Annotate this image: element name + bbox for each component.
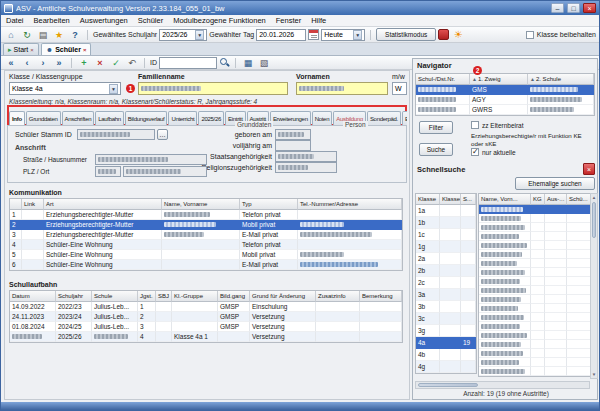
col-klassengruppe[interactable]: Klassen... <box>440 194 461 205</box>
gender-input[interactable]: W <box>392 82 407 95</box>
settings-grid-icon[interactable]: ▧ <box>257 57 271 69</box>
table-row[interactable]: 1Erziehungsberechtigter-MutterTelefon pr… <box>10 210 402 220</box>
menu-bearbeiten[interactable]: Bearbeiten <box>29 15 75 26</box>
school-row-selected[interactable]: GMS <box>416 85 594 95</box>
previous-record-icon[interactable]: ‹ <box>20 57 34 69</box>
col-name-vorname[interactable]: Name, Vorn... <box>479 194 531 205</box>
horizontal-scrollbar[interactable] <box>415 381 590 389</box>
student-row[interactable] <box>479 340 593 349</box>
strasse-input[interactable] <box>95 154 207 165</box>
tab-noten[interactable]: Noten <box>312 111 333 125</box>
student-row[interactable] <box>479 277 593 286</box>
surname-input[interactable] <box>138 82 288 95</box>
col-zusatzinfo[interactable]: Zusatzinfo <box>316 291 360 302</box>
delete-record-icon[interactable]: × <box>93 57 107 69</box>
vertical-scrollbar[interactable]: ▲ ▼ <box>590 193 598 379</box>
suche-button[interactable]: Suche <box>419 143 453 156</box>
menu-datei[interactable]: Datei <box>1 15 29 26</box>
class-row[interactable]: 3a <box>416 289 476 301</box>
new-record-icon[interactable]: + <box>77 57 91 69</box>
table-row[interactable]: 2025/264Klasse 4a 1Versetzung <box>10 332 402 342</box>
col-zweig[interactable]: ▲1. Zweig <box>470 74 528 85</box>
refresh-icon[interactable]: ↻ <box>20 29 34 41</box>
col-schueleranzahl[interactable]: S... <box>461 194 476 205</box>
col-name[interactable]: Name, Vorname <box>162 199 240 210</box>
col-kg[interactable]: KG <box>531 194 545 205</box>
student-row[interactable] <box>479 358 593 367</box>
favorites-icon[interactable]: ★ <box>52 29 66 41</box>
col-schule[interactable]: Schule <box>92 291 138 302</box>
next-record-icon[interactable]: › <box>36 57 50 69</box>
student-row[interactable] <box>479 331 593 340</box>
scroll-up-icon[interactable]: ▲ <box>591 195 597 200</box>
class-row[interactable]: 1g <box>416 241 476 253</box>
class-row-selected[interactable]: 4a19 <box>416 337 476 349</box>
chevron-down-icon[interactable]: ▼ <box>195 30 204 40</box>
red-indicator-icon[interactable] <box>438 29 449 40</box>
student-row[interactable] <box>479 295 593 304</box>
plz-input[interactable] <box>95 166 121 177</box>
elternbeirat-checkbox[interactable] <box>471 121 479 129</box>
tab-schuljahr[interactable]: 2025/26 <box>198 111 224 125</box>
class-row[interactable]: 4g <box>416 361 476 373</box>
table-row[interactable]: 3Erziehungsberechtigter-MutterE-Mail pri… <box>10 230 402 240</box>
table-grid-icon[interactable]: ▦ <box>241 57 255 69</box>
col-sbj[interactable]: SBJ <box>156 291 172 302</box>
student-row[interactable] <box>479 250 593 259</box>
search-icon[interactable] <box>219 57 230 68</box>
chevron-down-icon[interactable]: ▼ <box>353 30 362 40</box>
class-row[interactable]: 3g <box>416 325 476 337</box>
col-klasse[interactable]: Klasse <box>416 194 440 205</box>
menu-hilfe[interactable]: Hilfe <box>306 15 331 26</box>
school-row[interactable]: AGY <box>416 95 594 105</box>
scroll-down-icon[interactable]: ▼ <box>591 372 597 377</box>
student-row[interactable] <box>479 214 593 223</box>
table-row[interactable]: 4Schüler-Eine WohnungTelefon privat <box>10 240 402 250</box>
home-icon[interactable]: ⌂ <box>4 29 18 41</box>
col-art[interactable]: Art <box>44 199 162 210</box>
tab-eu-dsgvo[interactable]: EU-DSGVO <box>402 111 407 125</box>
student-row[interactable] <box>479 304 593 313</box>
table-row-selected[interactable]: 2Erziehungsberechtigter-MutterMobil priv… <box>10 220 402 230</box>
col-grund[interactable]: Grund für Änderung <box>250 291 316 302</box>
col-bildgang[interactable]: Bild.gang <box>218 291 250 302</box>
staatsangehoerigkeit-input[interactable] <box>275 151 337 162</box>
keep-class-checkbox[interactable] <box>526 31 534 39</box>
minimize-button[interactable]: – <box>551 3 564 13</box>
class-row[interactable]: 2a <box>416 253 476 265</box>
table-row[interactable]: 01.08.20242024/25Julius-Leb...3GMSPVerse… <box>10 322 402 332</box>
reports-icon[interactable]: ▤ <box>36 29 50 41</box>
ort-input[interactable] <box>123 166 207 177</box>
col-typ[interactable]: Typ <box>240 199 298 210</box>
firstname-input[interactable] <box>296 82 388 95</box>
close-schnellsuche-button[interactable]: × <box>583 163 595 175</box>
student-row-selected[interactable] <box>479 205 593 214</box>
nur-aktuelle-checkbox[interactable] <box>471 148 479 156</box>
scrollbar-thumb[interactable] <box>418 383 478 387</box>
id-input[interactable] <box>159 57 217 69</box>
sun-icon[interactable]: ☀ <box>451 29 465 41</box>
tab-anschriften[interactable]: Anschriften <box>62 111 95 125</box>
tab-bildungsverlauf[interactable]: Bildungsverlauf <box>125 111 168 125</box>
menu-fenster[interactable]: Fenster <box>271 15 306 26</box>
school-year-select[interactable]: 2025/26▼ <box>159 29 207 41</box>
stamm-id-lookup-button[interactable]: … <box>157 129 168 140</box>
volljaehrig-input[interactable] <box>275 140 311 151</box>
geboren-input[interactable] <box>275 129 311 140</box>
close-tab-icon[interactable]: × <box>83 47 87 53</box>
day-input[interactable]: 20.01.2026 <box>256 29 306 41</box>
tab-start[interactable]: ▸ Start × <box>3 43 39 55</box>
student-row[interactable] <box>479 286 593 295</box>
filter-button[interactable]: Filter <box>419 121 453 134</box>
menu-schueler[interactable]: Schüler <box>133 15 168 26</box>
col-austritt[interactable]: Aus-... <box>545 194 567 205</box>
tab-grunddaten[interactable]: Grunddaten <box>26 111 61 125</box>
undo-icon[interactable]: ↶ <box>125 57 139 69</box>
student-row[interactable] <box>479 268 593 277</box>
tab-sonderpaed[interactable]: Sonderpäd. <box>367 111 401 125</box>
student-row[interactable] <box>479 232 593 241</box>
class-row[interactable]: 1a <box>416 205 476 217</box>
col-bemerkung[interactable]: Bemerkung <box>360 291 402 302</box>
class-row[interactable]: 1b <box>416 217 476 229</box>
student-row[interactable] <box>479 349 593 358</box>
